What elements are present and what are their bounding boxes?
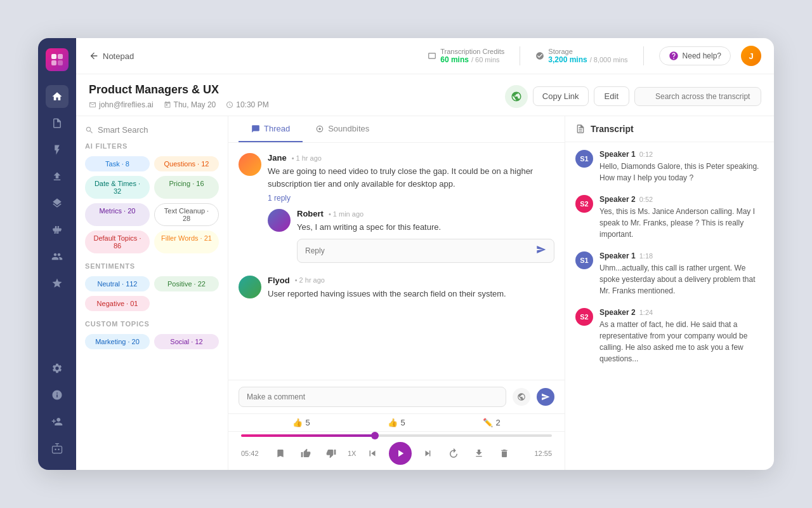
bookmark-button[interactable] [272, 444, 289, 462]
meeting-header: Product Managers & UX john@fireflies.ai … [76, 74, 774, 116]
filter-textcleanup[interactable]: Text Cleanup · 28 [154, 203, 219, 226]
smart-search-header: Smart Search [85, 125, 219, 135]
transcript-text-2: Yes, this is Ms. Janice Anderson calling… [599, 206, 764, 240]
svg-rect-3 [58, 60, 63, 65]
thread-message-flyod: Flyod • 2 hr ago User reported having is… [239, 276, 554, 300]
delete-button[interactable] [495, 444, 513, 462]
tab-thread[interactable]: Thread [239, 116, 303, 142]
thumbsup-button[interactable] [297, 444, 315, 462]
middle-panel: Thread Soundbites [228, 116, 565, 470]
notes-icon[interactable] [46, 112, 69, 135]
filter-defaulttopics[interactable]: Default Topics · 86 [85, 231, 150, 253]
info-icon[interactable] [46, 384, 69, 406]
svg-point-9 [55, 448, 56, 450]
forward-button[interactable] [419, 444, 437, 462]
lightning-icon[interactable] [46, 138, 69, 161]
speaker-name-1: Speaker 1 [599, 150, 636, 159]
filter-datetimes[interactable]: Date & Times · 32 [85, 176, 150, 199]
svg-rect-0 [51, 54, 56, 59]
meeting-email: john@fireflies.ai [99, 100, 154, 109]
download-button[interactable] [470, 444, 488, 462]
player-bar [228, 431, 565, 437]
star-icon[interactable] [46, 272, 69, 295]
progress-track[interactable] [241, 434, 552, 437]
app-logo[interactable] [46, 48, 69, 71]
people-icon[interactable] [46, 245, 69, 268]
hash-icon[interactable] [46, 218, 69, 241]
sentiments-title: SENTIMENTS [85, 262, 219, 270]
reaction-1[interactable]: 👍5 [292, 418, 310, 427]
search-wrap [634, 87, 761, 106]
speed-label[interactable]: 1X [348, 450, 356, 457]
back-button[interactable]: Notepad [89, 51, 134, 61]
msg-text-robert: Yes, I am writing a spec for this featur… [297, 221, 554, 234]
thumbsdown-button[interactable] [322, 444, 340, 462]
copy-link-button[interactable]: Copy Link [533, 86, 589, 106]
avatar-flyod [239, 276, 261, 298]
comment-box [228, 380, 565, 413]
reactions-row: 👍5 👍5 ✏️2 [228, 413, 565, 431]
transcript-entry-3: S1 Speaker 1 1:18 Uhm...actually, this c… [575, 251, 764, 297]
thread-message-jane: Jane • 1 hr ago We are going to need vid… [239, 153, 554, 203]
custom-topics-grid: Marketing · 20 Social · 12 [85, 334, 219, 349]
need-help-button[interactable]: Need help? [659, 46, 731, 65]
topic-social[interactable]: Social · 12 [154, 334, 219, 349]
edit-button[interactable]: Edit [594, 86, 629, 106]
svg-point-10 [58, 448, 60, 450]
upload-icon[interactable] [46, 165, 69, 188]
msg-time-flyod: • 2 hr ago [295, 276, 325, 284]
reply-send-button[interactable] [536, 244, 546, 257]
svg-rect-8 [53, 446, 62, 453]
transcript-entry-2: S2 Speaker 2 0:52 Yes, this is Ms. Janic… [575, 195, 764, 240]
transcript-search-input[interactable] [634, 87, 761, 106]
svg-line-6 [55, 226, 56, 234]
speaker-time-2: 0:52 [639, 196, 653, 203]
add-user-icon[interactable] [46, 410, 69, 433]
meeting-meta: john@fireflies.ai Thu, May 20 10:30 PM [89, 100, 269, 109]
layers-icon[interactable] [46, 192, 69, 215]
transcript-text-1: Hello, Diamonds Galore, this is Peter sp… [599, 161, 764, 184]
sentiment-negative[interactable]: Negative · 01 [85, 296, 150, 311]
tabs-row: Thread Soundbites [228, 116, 565, 143]
bot-icon[interactable] [46, 437, 69, 460]
msg-text-flyod: User reported having issues with the sea… [268, 288, 554, 300]
reaction-3[interactable]: ✏️2 [483, 418, 500, 427]
comment-globe-button[interactable] [513, 388, 530, 406]
transcription-credits: Transcription Credits 60 mins / 60 mins [428, 48, 504, 64]
globe-button[interactable] [505, 85, 528, 108]
reply-count-jane[interactable]: 1 reply [268, 194, 554, 203]
sidebar [38, 38, 76, 470]
filter-task[interactable]: Task · 8 [85, 156, 150, 171]
sentiment-neutral[interactable]: Neutral · 112 [85, 276, 150, 291]
filter-pricing[interactable]: Pricing · 16 [154, 176, 219, 199]
tab-soundbites[interactable]: Soundbites [303, 116, 382, 142]
reply-input-box [297, 239, 554, 263]
left-panel: Smart Search AI FILTERS Task · 8 Questio… [76, 116, 228, 470]
msg-name-robert: Robert [297, 209, 324, 218]
msg-name-jane: Jane [268, 153, 287, 163]
plus10-button[interactable] [445, 444, 462, 462]
sentiment-positive[interactable]: Positive · 22 [154, 276, 219, 291]
sentiments-grid: Neutral · 112 Positive · 22 Negative · 0… [85, 276, 219, 311]
speaker2-avatar-4: S2 [575, 308, 593, 326]
comment-input[interactable] [239, 387, 506, 407]
topic-marketing[interactable]: Marketing · 20 [85, 334, 150, 349]
settings-icon[interactable] [46, 357, 69, 380]
home-icon[interactable] [46, 85, 69, 108]
meeting-time: 10:30 PM [236, 100, 268, 109]
comment-send-button[interactable] [537, 388, 554, 406]
meeting-actions: Copy Link Edit [505, 85, 761, 108]
svg-rect-2 [51, 60, 56, 65]
reply-input[interactable] [305, 246, 536, 255]
reaction-2[interactable]: 👍5 [388, 418, 405, 427]
transcript-entry-4: S2 Speaker 2 1:24 As a matter of fact, h… [575, 308, 764, 364]
filter-fillerwords[interactable]: Filler Words · 21 [154, 231, 219, 253]
play-button[interactable] [389, 442, 412, 465]
filter-metrics[interactable]: Metrics · 20 [85, 203, 150, 226]
filter-questions[interactable]: Questions · 12 [154, 156, 219, 171]
avatar-jane [239, 153, 261, 176]
right-panel: Transcript S1 Speaker 1 0:12 Hello, [565, 116, 774, 470]
rewind-button[interactable] [363, 444, 381, 462]
progress-thumb[interactable] [371, 432, 379, 439]
user-avatar[interactable]: J [741, 46, 761, 66]
